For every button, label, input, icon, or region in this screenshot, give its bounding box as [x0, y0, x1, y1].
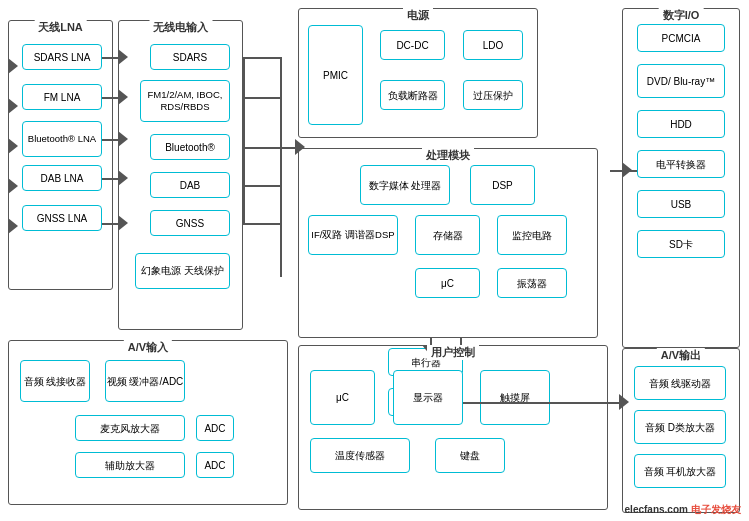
adc2-block: ADC: [196, 452, 234, 478]
section-user-control-label: 用户控制: [427, 345, 479, 360]
section-digital-io: 数字I/O: [622, 8, 740, 348]
dcdc-block: DC-DC: [380, 30, 445, 60]
fm-block: FM1/2/AM, IBOC, RDS/RBDS: [140, 80, 230, 122]
level-trans-block: 电平转换器: [637, 150, 725, 178]
section-digital-io-label: 数字I/O: [659, 8, 704, 23]
fm-lna: FM LNA: [22, 84, 102, 110]
video-buffer-block: 视频 缓冲器/ADC: [105, 360, 185, 402]
dab-block: DAB: [150, 172, 230, 198]
section-processing-label: 处理模块: [422, 148, 474, 163]
bluetooth-lna: Bluetooth® LNA: [22, 121, 102, 157]
watermark-text: 电子发烧友: [691, 504, 741, 515]
section-antenna-lna-label: 天线LNA: [34, 20, 87, 35]
keyboard-block: 键盘: [435, 438, 505, 473]
gnss-lna: GNSS LNA: [22, 205, 102, 231]
sdars-block: SDARS: [150, 44, 230, 70]
section-power-label: 电源: [403, 8, 433, 23]
aux-amp-block: 辅助放大器: [75, 452, 185, 478]
uc-block: μC: [415, 268, 480, 298]
dsp-block: DSP: [470, 165, 535, 205]
dvd-block: DVD/ Blu-ray™: [637, 64, 725, 98]
section-av-output-label: A/V输出: [657, 348, 705, 363]
pcmcia-block: PCMCIA: [637, 24, 725, 52]
audio-d-block: 音频 D类放大器: [634, 410, 726, 444]
pmic-block: PMIC: [308, 25, 363, 125]
watermark-site: elecfans.com: [625, 504, 688, 515]
if-dsp-block: IF/双路 调谐器DSP: [308, 215, 398, 255]
dab-lna: DAB LNA: [22, 165, 102, 191]
audio-headphone-block: 音频 耳机放大器: [634, 454, 726, 488]
gnss-block: GNSS: [150, 210, 230, 236]
sd-block: SD卡: [637, 230, 725, 258]
phantom-block: 幻象电源 天线保护: [135, 253, 230, 289]
mic-amp-block: 麦克风放大器: [75, 415, 185, 441]
load-switch-block: 负载断路器: [380, 80, 445, 110]
section-av-input-label: A/V输入: [124, 340, 172, 355]
bluetooth-block: Bluetooth®: [150, 134, 230, 160]
usb-block: USB: [637, 190, 725, 218]
oscillator-block: 振荡器: [497, 268, 567, 298]
monitor-block: 监控电路: [497, 215, 567, 255]
display-block: 显示器: [393, 370, 463, 425]
sdars-lna: SDARS LNA: [22, 44, 102, 70]
uc2-block: μC: [310, 370, 375, 425]
touch-block: 触摸屏: [480, 370, 550, 425]
digital-media-block: 数字媒体 处理器: [360, 165, 450, 205]
adc1-block: ADC: [196, 415, 234, 441]
audio-receiver-block: 音频 线接收器: [20, 360, 90, 402]
diagram: 天线LNA SDARS LNA FM LNA Bluetooth® LNA DA…: [0, 0, 749, 521]
ldo-block: LDO: [463, 30, 523, 60]
ovp-block: 过压保护: [463, 80, 523, 110]
hdd-block: HDD: [637, 110, 725, 138]
temp-block: 温度传感器: [310, 438, 410, 473]
memory-block: 存储器: [415, 215, 480, 255]
section-wireless-label: 无线电输入: [149, 20, 212, 35]
audio-line-out-block: 音频 线驱动器: [634, 366, 726, 400]
watermark: elecfans.com 电子发烧友: [625, 503, 741, 517]
